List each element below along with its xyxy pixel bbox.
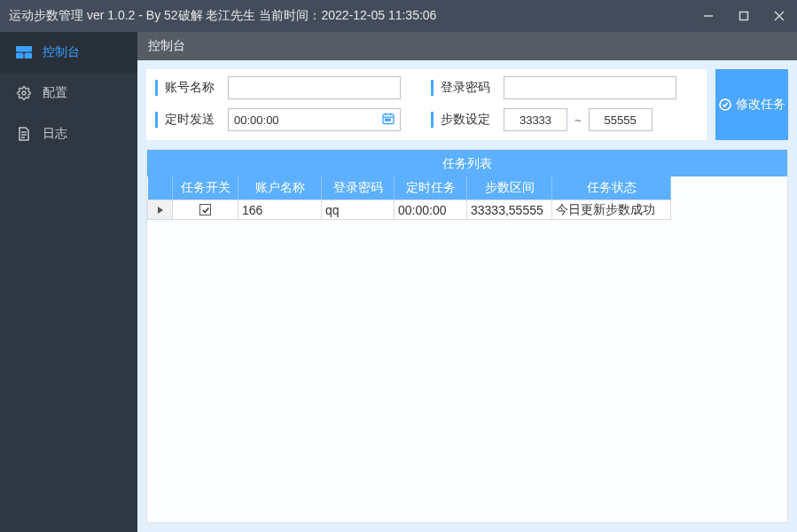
close-button[interactable] [762,0,797,32]
col-account[interactable]: 账户名称 [238,176,322,200]
svg-rect-15 [386,119,387,121]
sidebar-item-config[interactable]: 配置 [0,73,137,113]
steps-min-input[interactable] [504,108,567,131]
steps-max-input[interactable] [589,108,652,131]
timer-label: 定时发送 [155,112,219,128]
gear-icon [16,85,32,101]
svg-rect-4 [16,46,32,51]
col-timer[interactable]: 定时任务 [395,176,467,200]
row-indicator-icon [148,200,173,220]
sidebar-item-label: 配置 [43,85,67,101]
cell-switch[interactable] [173,200,238,220]
col-range[interactable]: 步数区间 [467,176,552,200]
maximize-button[interactable] [726,0,762,32]
check-circle-icon [718,98,732,112]
sidebar: 控制台 配置 日志 [0,32,137,532]
calendar-icon[interactable] [381,112,395,129]
sidebar-item-console[interactable]: 控制台 [0,32,137,73]
account-input[interactable] [228,76,401,99]
svg-rect-5 [16,53,23,59]
svg-marker-18 [158,207,163,214]
password-input[interactable] [504,76,676,99]
svg-rect-1 [740,12,748,20]
svg-rect-16 [388,119,390,121]
svg-rect-6 [25,53,32,59]
sidebar-item-log[interactable]: 日志 [0,113,137,154]
col-indicator [148,176,173,200]
submit-label: 修改任务 [736,97,785,113]
checkbox-icon [199,204,211,215]
cell-password[interactable]: qq [322,200,395,220]
col-password[interactable]: 登录密码 [322,176,395,200]
form-panel: 账号名称 登录密码 定时发送 [146,69,707,140]
timer-input[interactable] [228,108,401,131]
title-bar: 运动步数管理 ver 1.0.2 - By 52破解 老江先生 当前时间：202… [0,0,797,32]
window-title: 运动步数管理 ver 1.0.2 - By 52破解 老江先生 当前时间：202… [9,8,691,24]
task-grid[interactable]: 任务开关 账户名称 登录密码 定时任务 步数区间 任务状态 [147,176,787,522]
col-status[interactable]: 任务状态 [552,176,671,200]
console-icon [16,44,32,60]
task-list-panel: 任务列表 任务开关 账户名称 登录密码 定时任务 步数区间 [146,149,788,523]
cell-status[interactable]: 今日更新步数成功 [552,200,671,220]
col-switch[interactable]: 任务开关 [173,176,238,200]
account-label: 账号名称 [155,80,219,96]
cell-range[interactable]: 33333,55555 [467,200,552,220]
sidebar-item-label: 日志 [43,126,67,142]
file-icon [16,126,32,142]
table-row[interactable]: 166 qq 00:00:00 33333,55555 今日更新步数成功 [148,200,671,220]
cell-account[interactable]: 166 [238,200,322,220]
submit-button[interactable]: 修改任务 [715,69,788,140]
steps-label: 步数设定 [431,112,495,128]
minimize-button[interactable] [691,0,726,32]
sidebar-item-label: 控制台 [43,44,80,60]
password-label: 登录密码 [431,80,495,96]
page-title: 控制台 [137,32,797,60]
steps-tilde: ~ [574,113,582,127]
svg-point-7 [22,91,26,95]
task-list-title: 任务列表 [147,150,787,176]
cell-timer[interactable]: 00:00:00 [395,200,467,220]
